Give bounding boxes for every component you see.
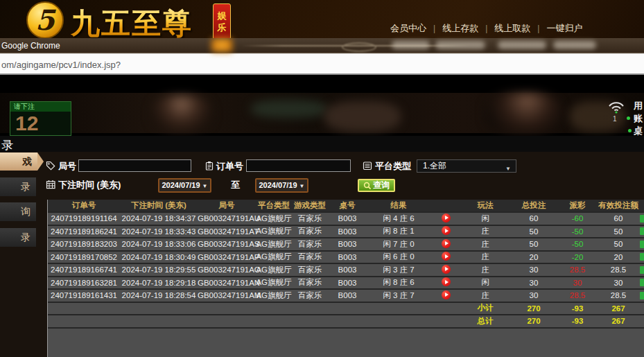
cell-round-no: GB003247191AP	[198, 253, 256, 261]
cell-play: 庄	[461, 290, 510, 301]
play-icon	[445, 280, 449, 284]
table-silhouette	[324, 101, 401, 132]
cell-game-type: 百家乐	[292, 214, 328, 224]
play-icon	[445, 267, 449, 271]
date-from-picker[interactable]: 2024/07/19	[158, 178, 211, 193]
blurred-account-info	[435, 41, 485, 49]
play-video-button[interactable]	[442, 265, 451, 274]
col-round-no: 局号	[198, 200, 256, 211]
sidebar-tab-records[interactable]: 录	[0, 228, 36, 247]
total-valid-bet: 267	[597, 317, 640, 325]
nav-online-withdraw[interactable]: 线上取款	[494, 22, 530, 35]
cell-platform: AG旗舰厅	[256, 226, 292, 236]
cell-game-type: 百家乐	[292, 265, 328, 275]
cell-play: 庄	[461, 265, 510, 275]
calendar-icon	[46, 180, 55, 189]
cell-valid-bet: 30	[597, 279, 640, 287]
cell-order-no: 240719189191164	[48, 214, 120, 223]
search-icon	[363, 182, 372, 190]
subtotal-total-bet: 270	[510, 304, 558, 313]
cell-round-no: GB003247191AO	[198, 265, 256, 274]
row-detail-partial-button[interactable]	[640, 241, 644, 248]
to-label: 至	[231, 179, 240, 191]
cell-total-bet: 30	[510, 291, 558, 299]
cell-payout: -50	[558, 240, 597, 248]
date-to-picker[interactable]: 2024/07/19	[255, 178, 308, 193]
order-no-input[interactable]	[246, 159, 351, 172]
cell-play: 闲	[461, 214, 510, 224]
clipped-label: 桌	[634, 125, 644, 136]
col-platform: 平台类型	[256, 200, 292, 211]
play-video-button[interactable]	[442, 226, 451, 235]
row-detail-partial-button[interactable]	[640, 292, 644, 299]
play-video-button[interactable]	[442, 277, 451, 286]
bet-time-label: 下注时间 (美东)	[58, 179, 121, 191]
cell-total-bet: 60	[510, 214, 558, 223]
row-detail-partial-button[interactable]	[640, 253, 644, 261]
site-logo-title: 九五至尊	[71, 4, 193, 43]
cell-valid-bet: 50	[597, 240, 640, 248]
table-row: 240719189166741 2024-07-19 18:29:55 GB00…	[48, 264, 644, 277]
round-no-input[interactable]	[78, 159, 191, 172]
cell-platform: AG旗舰厅	[256, 265, 292, 275]
cell-total-bet: 50	[510, 240, 558, 248]
stream-number: 1	[613, 115, 617, 123]
col-payout: 派彩	[558, 200, 597, 211]
cell-payout: -50	[558, 227, 597, 236]
cell-total-bet: 30	[510, 279, 558, 287]
nav-member-center[interactable]: 会员中心	[390, 22, 426, 35]
cell-result: 闲 3 庄 7	[367, 265, 430, 275]
play-video-button[interactable]	[442, 214, 451, 223]
col-valid-bet: 有效投注额	[597, 200, 640, 211]
play-icon	[445, 229, 449, 233]
monitor-glow	[251, 100, 327, 118]
badge-char: 娱	[218, 10, 227, 21]
browser-address-bar[interactable]: om/agingame/pcv1/index.jsp?	[0, 53, 644, 75]
cell-order-no: 240719189170852	[48, 253, 120, 261]
cell-payout: 28.5	[558, 265, 597, 274]
row-detail-partial-button[interactable]	[640, 266, 644, 274]
cell-game-type: 百家乐	[292, 277, 328, 288]
row-detail-partial-button[interactable]	[640, 215, 644, 223]
url-text: om/agingame/pcv1/index.jsp?	[1, 60, 121, 70]
bet-status-label: 请下注	[10, 102, 71, 112]
countdown-number: 12	[10, 112, 71, 135]
play-video-button[interactable]	[442, 290, 451, 299]
sidebar-tab-game[interactable]: 戏	[0, 153, 37, 171]
table-row: 240719189191164 2024-07-19 18:34:37 GB00…	[48, 213, 644, 226]
table-row: 240719189170852 2024-07-19 18:30:49 GB00…	[48, 252, 644, 265]
cell-table-no: B003	[328, 291, 367, 299]
row-detail-partial-button[interactable]	[640, 279, 644, 286]
live-video-strip: 请下注 12 1 用 账 桌	[0, 75, 644, 136]
sidebar-tab-report-query[interactable]: 询	[0, 202, 36, 221]
cell-play: 庄	[461, 252, 510, 262]
clipped-info-labels: 用 账 桌	[634, 100, 644, 136]
top-nav: 会员中心| 线上存款| 线上取款| 一键归户	[390, 22, 582, 35]
cell-result: 闲 4 庄 6	[367, 214, 430, 224]
row-detail-partial-button[interactable]	[640, 227, 644, 235]
logo-coin-icon: 5	[26, 1, 64, 39]
total-payout: -93	[558, 317, 597, 325]
nav-one-key-transfer[interactable]: 一键归户	[546, 22, 582, 35]
total-row: 总计 270 -93 267	[48, 315, 644, 329]
window-title: Google Chrome	[1, 41, 60, 51]
cell-order-no: 240719189186241	[48, 227, 120, 236]
cell-bet-time: 2024-07-19 18:34:37	[120, 214, 198, 223]
casino-video-scene	[0, 93, 644, 133]
nav-online-deposit[interactable]: 线上存款	[442, 22, 478, 35]
cell-game-type: 百家乐	[292, 239, 328, 250]
cell-round-no: GB003247191AU	[198, 214, 256, 223]
cell-table-no: B003	[328, 265, 367, 274]
play-video-button[interactable]	[442, 239, 451, 248]
cell-bet-time: 2024-07-19 18:33:43	[120, 227, 198, 236]
cell-table-no: B003	[328, 227, 367, 236]
cell-total-bet: 30	[510, 265, 558, 274]
platform-type-select[interactable]: 1.全部	[417, 159, 516, 173]
cell-platform: AG旗舰厅	[256, 290, 292, 301]
cell-order-no: 240719189161431	[48, 291, 120, 299]
cell-platform: AG旗舰厅	[256, 277, 292, 288]
search-button[interactable]: 查询	[358, 179, 395, 192]
play-video-button[interactable]	[442, 252, 451, 261]
sidebar-tab-bet-records[interactable]: 录	[0, 177, 36, 196]
cell-order-no: 240719189166741	[48, 265, 120, 274]
